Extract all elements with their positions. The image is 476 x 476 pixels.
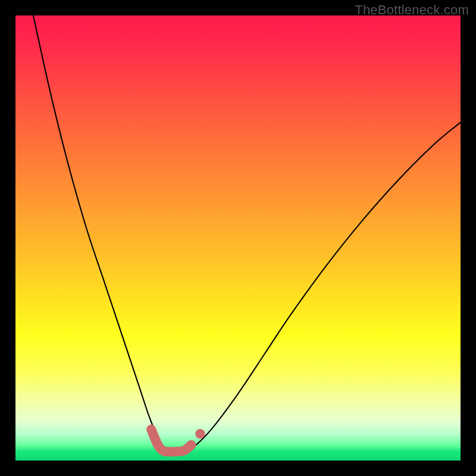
bottom-marker (151, 430, 191, 452)
chart-frame: TheBottleneck.com (0, 0, 476, 476)
bottom-marker-end-dot (195, 429, 205, 439)
bottleneck-curve (33, 15, 461, 452)
curve-layer (15, 15, 461, 461)
plot-area (15, 15, 461, 461)
attribution-text: TheBottleneck.com (355, 2, 469, 18)
